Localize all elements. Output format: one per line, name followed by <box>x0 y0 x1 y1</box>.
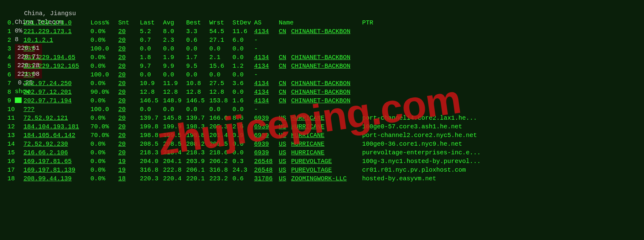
hop-ip[interactable]: 216.66.2.106 <box>23 148 90 157</box>
hop-asname: HURRICANE <box>291 131 362 140</box>
hop-ip[interactable]: 202.97.71.194 <box>23 96 90 105</box>
table-row: 6???100.0200.00.00.00.00.0- <box>7 71 481 79</box>
hop-country: US <box>279 122 291 131</box>
location-label: China, Jiangsu <box>15 9 104 18</box>
terminal-screen: China, Jiangsu China Telecom 0% 8 220.61… <box>0 0 644 240</box>
hop-wrst: 201.4 <box>209 131 232 140</box>
hop-country: US <box>279 148 291 157</box>
hop-ip[interactable]: 208.99.44.139 <box>23 174 90 183</box>
hop-loss: 100.0 <box>90 45 118 53</box>
table-row: 16169.197.81.650.0%19204.0204.1203.9206.… <box>7 157 481 166</box>
hop-ip[interactable]: 169.197.81.65 <box>23 157 90 166</box>
hop-best: 0.0 <box>186 45 209 53</box>
hop-best: 198.3 <box>186 122 209 131</box>
hop-ip[interactable]: 184.104.193.181 <box>23 122 90 131</box>
hop-asn[interactable]: 26548 <box>254 157 279 166</box>
hop-wrst: 316.8 <box>209 166 232 174</box>
table-row: 4221.229.194.650.0%201.81.91.72.10.04134… <box>7 53 481 62</box>
hop-last: 0.0 <box>140 45 163 53</box>
hop-last: 146.5 <box>140 96 163 105</box>
table-row: 210.1.2.10.0%200.72.30.627.16.0- <box>7 36 481 45</box>
hop-loss: 0.0% <box>90 36 118 45</box>
hop-wrst: 205.3 <box>209 122 232 131</box>
table-row: 1221.229.173.10.0%205.28.03.354.511.6413… <box>7 27 481 36</box>
hop-wrst: 12.8 <box>209 88 232 96</box>
hop-ip[interactable]: 202.97.12.201 <box>23 88 90 96</box>
hop-best: 208.2 <box>186 140 209 148</box>
hop-asn[interactable]: 4134 <box>254 88 279 96</box>
hop-asn[interactable]: 4134 <box>254 53 279 62</box>
hop-stdev: 0.0 <box>232 71 254 79</box>
hop-asn[interactable]: 6939 <box>254 148 279 157</box>
hop-asn[interactable]: 6939 <box>254 131 279 140</box>
hop-stdev: 6.0 <box>232 36 254 45</box>
hop-ip[interactable]: 10.1.2.1 <box>23 36 90 45</box>
hop-ptr: 100ge0-57.core3.ash1.he.net <box>362 122 462 131</box>
hop-avg: 204.1 <box>163 157 186 166</box>
hop-ip[interactable]: 202.97.24.250 <box>23 79 90 88</box>
table-row: 12184.104.193.18170.0%20199.8199.9198.32… <box>7 122 481 131</box>
hop-ptr: port-channel14.core2.lax1.he... <box>362 114 477 122</box>
hop-ip[interactable]: ??? <box>23 45 90 53</box>
hop-wrst: 223.2 <box>209 174 232 183</box>
header-ip[interactable]: 221.229.173.0 <box>23 19 90 27</box>
hop-last: 0.0 <box>140 71 163 79</box>
hop-ip[interactable]: 72.52.92.230 <box>23 140 90 148</box>
hop-number: 9 <box>7 96 23 105</box>
hop-ip[interactable]: 221.229.192.165 <box>23 62 90 71</box>
hop-number: 1 <box>7 27 23 36</box>
hop-ip[interactable]: 184.105.64.142 <box>23 131 90 140</box>
hop-stdev: 8.6 <box>232 114 254 122</box>
hop-wrst: 206.2 <box>209 157 232 166</box>
hop-best: 10.8 <box>186 79 209 88</box>
hop-asname: ZOOMINGWORK-LLC <box>291 174 362 183</box>
hop-ip[interactable]: ??? <box>23 71 90 79</box>
hop-last: 218.3 <box>140 148 163 157</box>
hop-best: 0.6 <box>186 36 209 45</box>
hop-country: CN <box>279 96 291 105</box>
hop-ip[interactable]: 72.52.92.121 <box>23 114 90 122</box>
hop-number: 10 <box>7 105 23 114</box>
hop-asn[interactable]: 6939 <box>254 140 279 148</box>
hop-wrst: 27.5 <box>209 79 232 88</box>
hop-ip[interactable]: 169.197.81.139 <box>23 166 90 174</box>
hop-avg: 199.5 <box>163 131 186 140</box>
hop-last: 1.8 <box>140 53 163 62</box>
header-best: Best <box>186 19 209 27</box>
hop-avg: 2.3 <box>163 36 186 45</box>
hop-ip[interactable]: ??? <box>23 105 90 114</box>
header-ptr: PTR <box>362 19 373 27</box>
hop-asn[interactable]: 26548 <box>254 166 279 174</box>
hop-asn[interactable]: 4134 <box>254 62 279 71</box>
hop-snt: 20 <box>118 36 140 45</box>
hop-last: 208.5 <box>140 140 163 148</box>
hop-snt: 20 <box>118 88 140 96</box>
hop-asn[interactable]: 6939 <box>254 114 279 122</box>
hop-asn[interactable]: 4134 <box>254 79 279 88</box>
header-avg: Avg <box>163 19 186 27</box>
hop-ip[interactable]: 221.229.194.65 <box>23 53 90 62</box>
hop-asn[interactable]: 31786 <box>254 174 279 183</box>
hop-asname: HURRICANE <box>291 140 362 148</box>
hop-ip[interactable]: 221.229.173.1 <box>23 27 90 36</box>
hop-asname: PUREVOLTAGE <box>291 157 362 166</box>
hop-wrst: 15.6 <box>209 62 232 71</box>
hop-stdev: 1.2 <box>232 62 254 71</box>
hop-loss: 0.0% <box>90 96 118 105</box>
hop-asn[interactable]: 4134 <box>254 96 279 105</box>
header-last: Last <box>140 19 163 27</box>
hop-best: 203.9 <box>186 157 209 166</box>
hop-snt: 20 <box>118 27 140 36</box>
hop-asn[interactable]: 6939 <box>254 122 279 131</box>
hop-snt: 19 <box>118 157 140 166</box>
hop-number: 7 <box>7 79 23 88</box>
hop-avg: 148.9 <box>163 96 186 105</box>
hop-asn[interactable]: 4134 <box>254 27 279 36</box>
hop-asn: - <box>254 45 279 53</box>
hop-loss: 0.0% <box>90 148 118 157</box>
hop-loss: 0.0% <box>90 174 118 183</box>
hop-stdev: 0.0 <box>232 88 254 96</box>
hop-snt: 20 <box>118 45 140 53</box>
hop-asname: CHINANET-BACKBON <box>291 96 362 105</box>
hop-best: 198.8 <box>186 131 209 140</box>
